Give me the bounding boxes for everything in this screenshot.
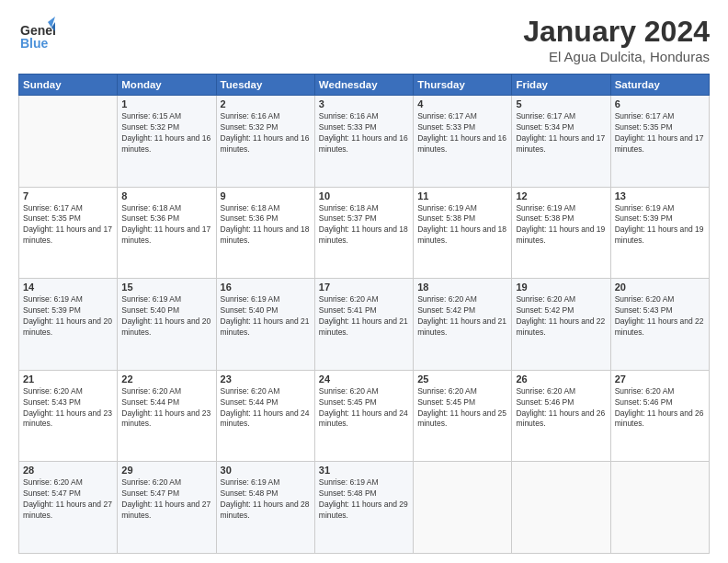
day-info: Sunrise: 6:20 AM Sunset: 5:45 PM Dayligh… [319, 386, 409, 431]
day-info: Sunrise: 6:20 AM Sunset: 5:46 PM Dayligh… [615, 386, 705, 431]
table-cell: 8Sunrise: 6:18 AM Sunset: 5:36 PM Daylig… [118, 187, 216, 279]
table-cell: 25Sunrise: 6:20 AM Sunset: 5:45 PM Dayli… [414, 370, 512, 462]
day-number: 25 [417, 373, 507, 385]
day-number: 9 [221, 190, 311, 201]
table-cell [19, 96, 118, 188]
table-cell: 27Sunrise: 6:20 AM Sunset: 5:46 PM Dayli… [610, 370, 709, 462]
day-info: Sunrise: 6:19 AM Sunset: 5:48 PM Dayligh… [319, 477, 409, 522]
day-number: 24 [319, 373, 409, 385]
day-number: 2 [221, 98, 311, 109]
day-info: Sunrise: 6:15 AM Sunset: 5:32 PM Dayligh… [121, 111, 211, 155]
day-info: Sunrise: 6:20 AM Sunset: 5:44 PM Dayligh… [121, 386, 211, 431]
day-number: 14 [23, 282, 113, 293]
table-cell: 29Sunrise: 6:20 AM Sunset: 5:47 PM Dayli… [118, 462, 216, 554]
logo-icon: General Blue [18, 15, 55, 55]
day-number: 6 [615, 98, 705, 109]
table-cell [610, 462, 709, 554]
header: General Blue January 2024 El Agua Dulcit… [18, 15, 710, 64]
day-number: 13 [615, 190, 705, 201]
day-number: 27 [615, 373, 705, 385]
table-row: 1Sunrise: 6:15 AM Sunset: 5:32 PM Daylig… [19, 96, 710, 188]
table-cell: 17Sunrise: 6:20 AM Sunset: 5:41 PM Dayli… [314, 279, 413, 371]
page: General Blue January 2024 El Agua Dulcit… [0, 0, 728, 563]
header-tuesday: Tuesday [216, 75, 314, 96]
table-cell: 11Sunrise: 6:19 AM Sunset: 5:38 PM Dayli… [414, 187, 512, 279]
day-number: 22 [121, 373, 211, 385]
table-cell: 3Sunrise: 6:16 AM Sunset: 5:33 PM Daylig… [314, 96, 413, 188]
day-number: 7 [23, 190, 113, 201]
day-info: Sunrise: 6:20 AM Sunset: 5:45 PM Dayligh… [417, 386, 507, 431]
header-wednesday: Wednesday [314, 75, 413, 96]
day-info: Sunrise: 6:18 AM Sunset: 5:37 PM Dayligh… [319, 203, 409, 247]
table-cell: 13Sunrise: 6:19 AM Sunset: 5:39 PM Dayli… [610, 187, 709, 279]
table-cell: 16Sunrise: 6:19 AM Sunset: 5:40 PM Dayli… [216, 279, 314, 371]
table-cell: 23Sunrise: 6:20 AM Sunset: 5:44 PM Dayli… [216, 370, 314, 462]
header-monday: Monday [118, 75, 216, 96]
table-cell [414, 462, 512, 554]
table-cell: 18Sunrise: 6:20 AM Sunset: 5:42 PM Dayli… [414, 279, 512, 371]
day-info: Sunrise: 6:17 AM Sunset: 5:34 PM Dayligh… [516, 111, 606, 155]
day-number: 5 [516, 98, 606, 109]
table-row: 14Sunrise: 6:19 AM Sunset: 5:39 PM Dayli… [19, 279, 710, 371]
day-number: 26 [516, 373, 606, 385]
day-info: Sunrise: 6:19 AM Sunset: 5:39 PM Dayligh… [23, 294, 113, 339]
table-cell: 19Sunrise: 6:20 AM Sunset: 5:42 PM Dayli… [512, 279, 610, 371]
day-number: 11 [417, 190, 507, 201]
day-info: Sunrise: 6:19 AM Sunset: 5:40 PM Dayligh… [221, 294, 311, 339]
day-info: Sunrise: 6:19 AM Sunset: 5:39 PM Dayligh… [615, 203, 705, 247]
day-info: Sunrise: 6:19 AM Sunset: 5:40 PM Dayligh… [121, 294, 211, 339]
day-info: Sunrise: 6:18 AM Sunset: 5:36 PM Dayligh… [121, 203, 211, 247]
logo: General Blue [18, 15, 55, 55]
day-number: 17 [319, 282, 409, 293]
day-info: Sunrise: 6:17 AM Sunset: 5:35 PM Dayligh… [615, 111, 705, 155]
day-number: 18 [417, 282, 507, 293]
day-number: 30 [221, 465, 311, 476]
day-info: Sunrise: 6:17 AM Sunset: 5:35 PM Dayligh… [23, 203, 113, 247]
day-number: 8 [121, 190, 211, 201]
header-thursday: Thursday [414, 75, 512, 96]
day-number: 31 [319, 465, 409, 476]
header-saturday: Saturday [610, 75, 709, 96]
day-number: 16 [221, 282, 311, 293]
day-info: Sunrise: 6:18 AM Sunset: 5:36 PM Dayligh… [221, 203, 311, 247]
day-number: 21 [23, 373, 113, 385]
table-row: 21Sunrise: 6:20 AM Sunset: 5:43 PM Dayli… [19, 370, 710, 462]
header-friday: Friday [512, 75, 610, 96]
table-row: 28Sunrise: 6:20 AM Sunset: 5:47 PM Dayli… [19, 462, 710, 554]
day-info: Sunrise: 6:20 AM Sunset: 5:43 PM Dayligh… [615, 294, 705, 339]
table-cell: 15Sunrise: 6:19 AM Sunset: 5:40 PM Dayli… [118, 279, 216, 371]
table-cell: 7Sunrise: 6:17 AM Sunset: 5:35 PM Daylig… [19, 187, 118, 279]
day-number: 10 [319, 190, 409, 201]
day-info: Sunrise: 6:20 AM Sunset: 5:41 PM Dayligh… [319, 294, 409, 339]
day-info: Sunrise: 6:17 AM Sunset: 5:33 PM Dayligh… [417, 111, 507, 155]
table-cell: 10Sunrise: 6:18 AM Sunset: 5:37 PM Dayli… [314, 187, 413, 279]
table-cell: 28Sunrise: 6:20 AM Sunset: 5:47 PM Dayli… [19, 462, 118, 554]
day-info: Sunrise: 6:16 AM Sunset: 5:33 PM Dayligh… [319, 111, 409, 155]
day-number: 12 [516, 190, 606, 201]
table-row: 7Sunrise: 6:17 AM Sunset: 5:35 PM Daylig… [19, 187, 710, 279]
table-cell [512, 462, 610, 554]
table-cell: 4Sunrise: 6:17 AM Sunset: 5:33 PM Daylig… [414, 96, 512, 188]
title-section: January 2024 El Agua Dulcita, Honduras [523, 15, 710, 64]
table-cell: 1Sunrise: 6:15 AM Sunset: 5:32 PM Daylig… [118, 96, 216, 188]
day-info: Sunrise: 6:20 AM Sunset: 5:42 PM Dayligh… [516, 294, 606, 339]
day-info: Sunrise: 6:19 AM Sunset: 5:48 PM Dayligh… [221, 477, 311, 522]
day-info: Sunrise: 6:20 AM Sunset: 5:46 PM Dayligh… [516, 386, 606, 431]
day-number: 20 [615, 282, 705, 293]
header-sunday: Sunday [19, 75, 118, 96]
table-cell: 31Sunrise: 6:19 AM Sunset: 5:48 PM Dayli… [314, 462, 413, 554]
table-cell: 5Sunrise: 6:17 AM Sunset: 5:34 PM Daylig… [512, 96, 610, 188]
day-info: Sunrise: 6:20 AM Sunset: 5:47 PM Dayligh… [23, 477, 113, 522]
table-cell: 30Sunrise: 6:19 AM Sunset: 5:48 PM Dayli… [216, 462, 314, 554]
table-cell: 2Sunrise: 6:16 AM Sunset: 5:32 PM Daylig… [216, 96, 314, 188]
day-number: 3 [319, 98, 409, 109]
table-cell: 14Sunrise: 6:19 AM Sunset: 5:39 PM Dayli… [19, 279, 118, 371]
day-number: 29 [121, 465, 211, 476]
calendar-table: Sunday Monday Tuesday Wednesday Thursday… [18, 74, 710, 554]
svg-text:Blue: Blue [20, 36, 49, 51]
day-info: Sunrise: 6:19 AM Sunset: 5:38 PM Dayligh… [516, 203, 606, 247]
day-number: 19 [516, 282, 606, 293]
table-cell: 9Sunrise: 6:18 AM Sunset: 5:36 PM Daylig… [216, 187, 314, 279]
day-info: Sunrise: 6:20 AM Sunset: 5:44 PM Dayligh… [221, 386, 311, 431]
day-number: 1 [121, 98, 211, 109]
